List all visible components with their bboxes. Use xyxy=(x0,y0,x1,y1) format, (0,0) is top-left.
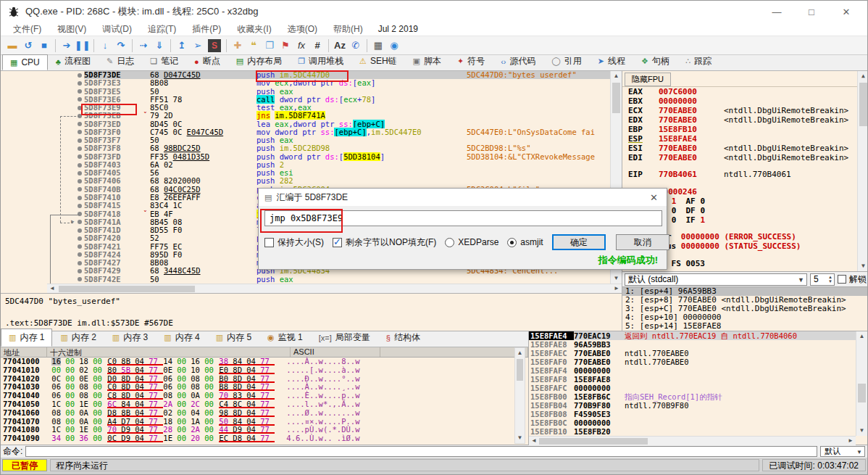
pause-icon[interactable]: ❚❚ xyxy=(75,38,91,53)
scroll-left-arrow[interactable]: ◄ xyxy=(49,284,56,293)
scrollbar-thumb[interactable] xyxy=(517,359,523,381)
keep-size-checkbox[interactable] xyxy=(264,238,274,247)
dump-row[interactable]: 77041090 34 00 36 000C D9 04 771E 00 20 … xyxy=(1,434,528,443)
register-row[interactable]: ESI770EABE0<ntdll.DbgUiRemoteBreakin> xyxy=(622,144,857,153)
breakpoint-gutter[interactable] xyxy=(1,186,84,194)
stack-row[interactable]: 15E8FAE4770EAC19返回到 ntdll.770EAC19 自 ntd… xyxy=(529,331,867,340)
scroll-up-arrow[interactable]: ▲ xyxy=(856,332,867,341)
breakpoint-gutter[interactable] xyxy=(1,79,84,87)
calculator-icon[interactable]: ▦ xyxy=(370,38,386,53)
menu-item[interactable]: 选项(O) xyxy=(280,23,325,36)
open-file-icon[interactable]: ▬ xyxy=(4,38,20,53)
tab-符号[interactable]: ✦符号 xyxy=(449,52,493,70)
register-row[interactable]: EAX007C6000 xyxy=(622,87,857,96)
register-row[interactable]: EBX00000000 xyxy=(622,96,857,106)
minimize-icon[interactable]: — xyxy=(772,7,782,17)
register-row[interactable]: EDX770EABE0<ntdll.DbgUiRemoteBreakin> xyxy=(622,115,857,125)
menu-item[interactable]: 调试(D) xyxy=(94,23,140,36)
dialog-close-icon[interactable]: ✕ xyxy=(647,192,661,203)
breakpoint-gutter[interactable] xyxy=(1,267,84,275)
breakpoint-gutter[interactable] xyxy=(1,251,84,259)
register-row[interactable]: ECX770EABE0<ntdll.DbgUiRemoteBreakin> xyxy=(622,106,857,115)
maximize-icon[interactable]: □ xyxy=(806,7,817,17)
stack-row[interactable]: 15E8FAF0770EABE0ntdll.770EABE0 xyxy=(529,358,867,366)
breakpoint-dot-icon[interactable] xyxy=(78,196,82,200)
stack-row[interactable]: 15E8FB08F45905E3 xyxy=(529,410,867,418)
run-until-return-icon[interactable]: ↥ xyxy=(174,38,190,53)
breakpoint-dot-icon[interactable] xyxy=(78,154,82,159)
breakpoint-dot-icon[interactable] xyxy=(78,269,82,273)
menu-item[interactable]: 文件(F) xyxy=(5,23,49,36)
breakpoint-dot-icon[interactable] xyxy=(78,277,82,281)
tab-调用堆栈[interactable]: ❐调用堆栈 xyxy=(290,52,351,70)
breakpoint-dot-icon[interactable] xyxy=(78,163,82,168)
scroll-up-arrow[interactable]: ▲ xyxy=(515,349,525,358)
disasm-horizontal-scrollbar[interactable]: ◄ ► xyxy=(47,284,622,293)
register-row[interactable]: EDI770EABE0<ntdll.DbgUiRemoteBreakin> xyxy=(622,153,857,162)
breakpoint-gutter[interactable] xyxy=(1,226,84,234)
breakpoint-dot-icon[interactable] xyxy=(78,122,82,126)
breakpoint-dot-icon[interactable] xyxy=(78,130,82,134)
tab-内存 5[interactable]: ▥内存 5 xyxy=(208,329,259,347)
dialog-title-bar[interactable]: ▤ 汇编于 5D8F73DE ✕ xyxy=(259,189,667,206)
internet-icon[interactable]: ◉ xyxy=(386,38,402,53)
close-icon[interactable]: ✕ xyxy=(841,7,851,17)
step-over-icon[interactable]: ↷ xyxy=(113,38,129,53)
hash-icon[interactable]: # xyxy=(309,38,325,53)
patches-icon[interactable]: ✚ xyxy=(230,38,246,53)
menu-item[interactable]: 追踪(T) xyxy=(140,23,184,36)
tab-笔记[interactable]: ❏笔记 xyxy=(142,52,186,70)
argument-row[interactable]: 5: [esp+14] 15E8FAE8 xyxy=(622,322,867,331)
tab-内存 1[interactable]: ▥内存 1 xyxy=(1,329,52,347)
command-profile-select[interactable]: 默认▼ xyxy=(820,446,865,457)
breakpoint-dot-icon[interactable] xyxy=(78,236,82,241)
menu-item[interactable]: 帮助(H) xyxy=(325,23,371,36)
breakpoint-dot-icon[interactable] xyxy=(78,171,82,175)
breakpoint-dot-icon[interactable] xyxy=(78,252,82,257)
attach-icon[interactable]: ➢ xyxy=(190,38,206,53)
breakpoint-gutter[interactable] xyxy=(1,120,84,128)
breakpoint-dot-icon[interactable] xyxy=(78,228,82,233)
cancel-button[interactable]: 取消 xyxy=(616,234,669,250)
stack-vertical-scrollbar[interactable]: ▲ ▼ xyxy=(856,331,867,436)
breakpoint-dot-icon[interactable] xyxy=(78,244,82,249)
scroll-up-arrow[interactable]: ▲ xyxy=(858,72,867,80)
breakpoint-gutter[interactable] xyxy=(1,88,84,96)
xedparse-radio[interactable] xyxy=(445,238,454,247)
instruction-input[interactable]: jmp 0x5D8F73E9 xyxy=(264,210,662,226)
labels-icon[interactable]: ❐ xyxy=(262,38,277,53)
restart-icon[interactable]: ↺ xyxy=(20,38,36,53)
breakpoint-gutter[interactable] xyxy=(1,71,84,79)
scroll-down-arrow[interactable]: ▼ xyxy=(611,274,622,283)
stop-icon[interactable]: ■ xyxy=(36,38,52,53)
tab-流程图[interactable]: ♣流程图 xyxy=(48,52,99,70)
breakpoint-dot-icon[interactable] xyxy=(78,106,82,110)
tab-跟踪[interactable]: ∴跟踪 xyxy=(677,52,719,70)
breakpoint-gutter[interactable] xyxy=(1,276,84,284)
breakpoint-gutter[interactable] xyxy=(1,96,84,104)
stack-row[interactable]: 15E8FB04770B9F80ntdll.770B9F80 xyxy=(529,401,867,410)
functions-icon[interactable]: fx xyxy=(293,38,309,53)
stack-row[interactable]: 15E8FB1015E8FB20 xyxy=(529,427,867,436)
scroll-down-arrow[interactable]: ▼ xyxy=(858,262,867,270)
argument-depth-spinner[interactable]: 5 ▲ ▼ xyxy=(810,273,835,286)
tab-SEH链[interactable]: ⚠SEH链 xyxy=(351,52,405,70)
modules-icon[interactable]: ✆ xyxy=(348,38,364,53)
breakpoint-dot-icon[interactable] xyxy=(78,261,82,265)
tab-结构体[interactable]: §结构体 xyxy=(378,329,428,347)
command-input[interactable] xyxy=(25,446,817,457)
asmjit-radio[interactable] xyxy=(507,238,517,247)
tab-内存 4[interactable]: ▥内存 4 xyxy=(156,329,207,347)
breakpoint-gutter[interactable] xyxy=(1,234,84,242)
menu-item[interactable]: 收藏夹(I) xyxy=(229,23,279,36)
breakpoint-gutter[interactable] xyxy=(1,259,84,267)
breakpoint-gutter[interactable] xyxy=(1,202,84,210)
breakpoint-dot-icon[interactable] xyxy=(78,139,82,143)
nop-fill-checkbox[interactable] xyxy=(333,238,342,247)
breakpoint-dot-icon[interactable] xyxy=(78,179,82,183)
breakpoint-gutter[interactable] xyxy=(1,153,84,161)
breakpoint-dot-icon[interactable] xyxy=(78,97,82,102)
tab-CPU[interactable]: ▦CPU xyxy=(2,54,48,70)
scroll-right-arrow[interactable]: ► xyxy=(847,437,854,445)
breakpoint-dot-icon[interactable] xyxy=(78,81,82,86)
